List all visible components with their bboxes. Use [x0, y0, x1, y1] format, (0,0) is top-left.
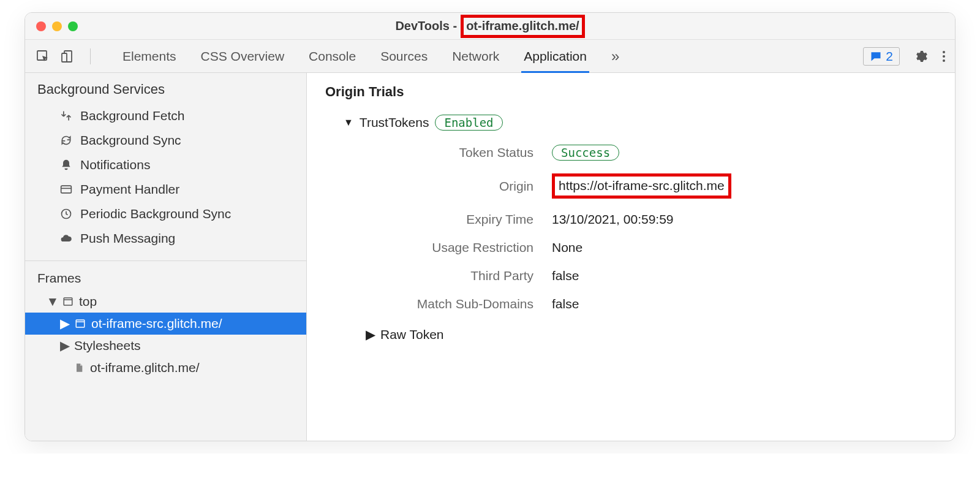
- file-icon: [73, 362, 85, 374]
- trial-name: TrustTokens: [360, 115, 429, 130]
- card-icon: [59, 183, 73, 196]
- sidebar-item-label: Background Sync: [80, 133, 181, 148]
- expiry-label: Expiry Time: [350, 212, 533, 227]
- subdomains-label: Match Sub-Domains: [350, 297, 533, 311]
- application-sidebar: Background Services Background Fetch Bac…: [25, 73, 307, 441]
- close-icon[interactable]: [36, 21, 46, 31]
- bg-services-list: Background Fetch Background Sync Notific…: [25, 104, 306, 257]
- panel-heading: Origin Trials: [325, 84, 937, 100]
- sidebar-item-payment-handler[interactable]: Payment Handler: [25, 177, 306, 202]
- sync-icon: [59, 134, 73, 147]
- titlebar: DevTools - ot-iframe.glitch.me/: [25, 13, 955, 40]
- chevron-right-icon: ▶: [61, 316, 69, 331]
- sidebar-item-background-fetch[interactable]: Background Fetch: [25, 104, 306, 128]
- svg-point-4: [943, 55, 945, 58]
- kebab-menu-icon[interactable]: [941, 49, 946, 64]
- devtools-toolbar: Elements CSS Overview Console Sources Ne…: [25, 40, 955, 73]
- tab-application[interactable]: Application: [524, 40, 587, 72]
- cloud-icon: [59, 232, 73, 245]
- issues-count: 2: [886, 49, 893, 64]
- origin-trials-panel: Origin Trials ▼ TrustTokens Enabled Toke…: [307, 73, 955, 441]
- origin-label: Origin: [350, 179, 533, 194]
- tab-console[interactable]: Console: [309, 40, 356, 72]
- fetch-icon: [59, 109, 73, 123]
- raw-token-row[interactable]: ▶ Raw Token: [366, 327, 937, 342]
- sidebar-item-notifications[interactable]: Notifications: [25, 153, 306, 177]
- enabled-badge: Enabled: [435, 115, 502, 131]
- toolbar-divider: [90, 48, 91, 64]
- chevron-down-icon: ▼: [344, 117, 353, 128]
- toolbar-right: 2: [863, 47, 946, 66]
- sidebar-item-periodic-sync[interactable]: Periodic Background Sync: [25, 202, 306, 226]
- usage-label: Usage Restriction: [350, 240, 533, 255]
- tabs-overflow[interactable]: »: [611, 40, 619, 72]
- bg-services-title: Background Services: [25, 73, 306, 104]
- sidebar-item-label: Background Fetch: [80, 108, 184, 123]
- tab-sources[interactable]: Sources: [380, 40, 428, 72]
- frames-section: Frames ▼ top ▶ ot-iframe-src.glitch.me/ …: [25, 265, 306, 441]
- frame-file[interactable]: ot-iframe.glitch.me/: [25, 357, 306, 379]
- sidebar-item-push-messaging[interactable]: Push Messaging: [25, 226, 306, 251]
- minimize-icon[interactable]: [52, 21, 62, 31]
- gear-icon[interactable]: [913, 49, 928, 64]
- chevron-down-icon: ▼: [48, 294, 57, 309]
- sidebar-separator: [25, 260, 306, 261]
- clock-icon: [59, 207, 73, 221]
- svg-rect-6: [61, 186, 72, 193]
- window-icon: [62, 295, 74, 308]
- devtools-tabs: Elements CSS Overview Console Sources Ne…: [104, 40, 857, 72]
- svg-point-3: [943, 51, 945, 53]
- device-toggle-icon[interactable]: [58, 47, 77, 66]
- svg-rect-9: [76, 320, 85, 327]
- window-title: DevTools - ot-iframe.glitch.me/: [25, 15, 955, 38]
- success-badge: Success: [552, 145, 619, 161]
- svg-rect-2: [62, 53, 67, 62]
- frames-title: Frames: [25, 265, 306, 291]
- sidebar-item-label: Push Messaging: [80, 231, 175, 246]
- title-url-highlight: ot-iframe.glitch.me/: [461, 15, 584, 38]
- tab-elements[interactable]: Elements: [123, 40, 176, 72]
- svg-point-5: [943, 59, 945, 62]
- frame-label: ot-iframe.glitch.me/: [90, 360, 200, 375]
- bell-icon: [59, 158, 73, 172]
- title-prefix: DevTools -: [395, 19, 457, 33]
- frame-label: Stylesheets: [74, 338, 141, 353]
- tab-network[interactable]: Network: [452, 40, 499, 72]
- frame-top[interactable]: ▼ top: [25, 291, 306, 313]
- chevron-right-icon: ▶: [366, 327, 375, 342]
- subdomains-value: false: [552, 297, 937, 311]
- sidebar-item-label: Payment Handler: [80, 182, 179, 197]
- frame-stylesheets[interactable]: ▶ Stylesheets: [25, 335, 306, 357]
- origin-highlight: https://ot-iframe-src.glitch.me: [552, 173, 731, 199]
- raw-token-label: Raw Token: [380, 327, 444, 342]
- devtools-window: DevTools - ot-iframe.glitch.me/ Elements…: [24, 12, 956, 441]
- inspect-element-icon[interactable]: [34, 47, 52, 66]
- sidebar-item-label: Periodic Background Sync: [80, 207, 231, 221]
- token-status-label: Token Status: [350, 145, 533, 160]
- devtools-body: Background Services Background Fetch Bac…: [25, 73, 955, 441]
- iframe-icon: [74, 317, 86, 330]
- frames-tree: ▼ top ▶ ot-iframe-src.glitch.me/ ▶ Style…: [25, 291, 306, 379]
- usage-value: None: [552, 240, 937, 255]
- expiry-value: 13/10/2021, 00:59:59: [552, 212, 937, 227]
- trial-details: Token Status Success Origin https://ot-i…: [350, 145, 937, 311]
- frame-label: ot-iframe-src.glitch.me/: [91, 316, 222, 331]
- zoom-icon[interactable]: [68, 21, 78, 31]
- trial-header[interactable]: ▼ TrustTokens Enabled: [344, 115, 937, 131]
- message-icon: [870, 50, 882, 63]
- svg-rect-8: [64, 298, 72, 305]
- frame-iframe-selected[interactable]: ▶ ot-iframe-src.glitch.me/: [25, 313, 306, 335]
- issues-badge[interactable]: 2: [863, 47, 900, 66]
- frame-label: top: [79, 294, 97, 309]
- thirdparty-value: false: [552, 268, 937, 283]
- thirdparty-label: Third Party: [350, 268, 533, 283]
- chevron-right-icon: ▶: [61, 338, 69, 353]
- sidebar-item-background-sync[interactable]: Background Sync: [25, 128, 306, 153]
- token-status-value: Success: [552, 145, 937, 160]
- tab-css-overview[interactable]: CSS Overview: [201, 40, 285, 72]
- sidebar-item-label: Notifications: [80, 158, 150, 172]
- origin-value: https://ot-iframe-src.glitch.me: [552, 173, 937, 199]
- traffic-lights: [25, 21, 78, 31]
